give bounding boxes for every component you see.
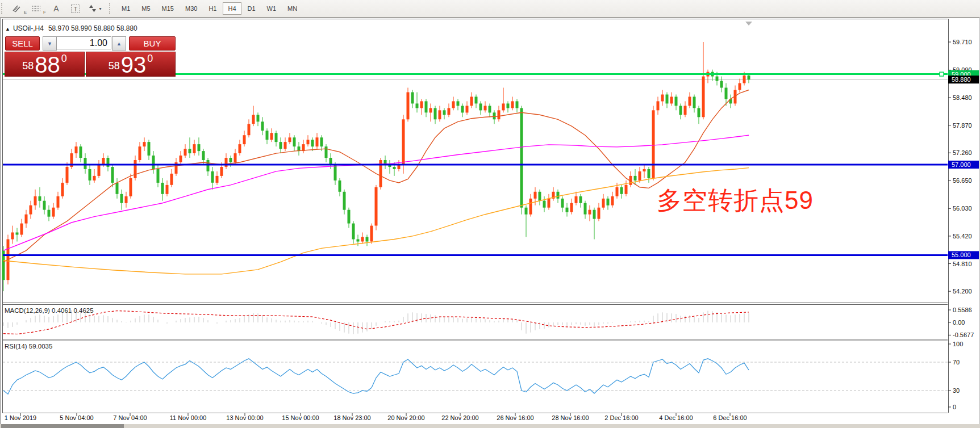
- price-tag-57.000: 57.000: [948, 161, 979, 169]
- chart-title: ▲USOil-,H458.970 58.990 58.880 58.880: [5, 24, 137, 32]
- timeframe-button-H1[interactable]: H1: [203, 2, 222, 15]
- svg-text:58.880: 58.880: [952, 76, 971, 83]
- svg-text:6 Dec 16:00: 6 Dec 16:00: [713, 414, 747, 421]
- ma-fast-red: [3, 90, 749, 262]
- svg-text:13 Nov 00:00: 13 Nov 00:00: [226, 414, 263, 421]
- svg-text:0.00: 0.00: [953, 319, 965, 326]
- sell-button[interactable]: SELL: [5, 36, 40, 51]
- svg-text:59.710: 59.710: [953, 39, 972, 45]
- macd-indicator-label: MACD(12,26,9) 0.4061 0.4625: [5, 307, 94, 314]
- svg-text:1 Nov 2019: 1 Nov 2019: [5, 414, 36, 421]
- chart-annotation: 多空转折点59: [657, 184, 814, 217]
- symbol-name: USOil-,H4: [13, 24, 44, 32]
- equidistant-channel-icon[interactable]: E: [8, 2, 27, 15]
- svg-text:18 Nov 23:00: 18 Nov 23:00: [333, 414, 370, 421]
- timeframe-button-H4[interactable]: H4: [223, 2, 241, 15]
- rsi-panel: 10070300: [3, 341, 963, 410]
- last-bar-marker-icon: [745, 22, 752, 26]
- fibonacci-retracement-icon[interactable]: F: [27, 2, 47, 15]
- text-label-icon[interactable]: A: [47, 2, 66, 15]
- svg-text:2 Dec 16:00: 2 Dec 16:00: [604, 414, 638, 421]
- svg-text:30: 30: [953, 387, 960, 394]
- svg-text:56.030: 56.030: [953, 205, 972, 212]
- svg-text:57.260: 57.260: [953, 149, 972, 156]
- svg-text:0: 0: [953, 404, 956, 410]
- buy-button[interactable]: BUY: [129, 36, 176, 51]
- timeframe-button-M5[interactable]: M5: [136, 2, 155, 15]
- sell-price-display[interactable]: 58 88 0: [5, 52, 85, 77]
- svg-text:54.810: 54.810: [953, 261, 972, 267]
- svg-text:56.650: 56.650: [953, 177, 972, 184]
- sell-price-pips: 88: [35, 54, 60, 75]
- volume-input[interactable]: [56, 36, 111, 49]
- svg-text:7 Nov 04:00: 7 Nov 04:00: [113, 414, 147, 421]
- timeframe-button-M1[interactable]: M1: [116, 2, 135, 15]
- collapse-panel-icon[interactable]: ▲: [5, 26, 10, 32]
- hline-handle: [940, 72, 944, 76]
- macd-panel: 0.55860.00-0.5677: [3, 307, 974, 338]
- buy-price-whole: 58: [109, 60, 120, 72]
- buy-price-display[interactable]: 58 93 0: [86, 52, 176, 77]
- toolbar-grip[interactable]: [1, 3, 6, 14]
- timeframe-button-W1[interactable]: W1: [262, 2, 282, 15]
- rsi-line: [3, 359, 749, 395]
- svg-text:11 Nov 00:00: 11 Nov 00:00: [170, 414, 207, 421]
- svg-text:55.420: 55.420: [953, 233, 972, 240]
- svg-text:28 Nov 16:00: 28 Nov 16:00: [552, 414, 589, 421]
- ohlc-values: 58.970 58.990 58.880 58.880: [48, 24, 137, 32]
- svg-text:T: T: [74, 6, 77, 12]
- svg-text:70: 70: [953, 359, 960, 366]
- text-box-icon[interactable]: T: [66, 2, 85, 15]
- svg-text:54.200: 54.200: [953, 288, 972, 295]
- timeframe-button-M30[interactable]: M30: [180, 2, 202, 15]
- sell-price-fraction: 0: [61, 53, 67, 65]
- svg-text:55.000: 55.000: [952, 251, 971, 258]
- svg-text:20 Nov 20:00: 20 Nov 20:00: [387, 414, 424, 421]
- scrollbar-thumb[interactable]: [1, 424, 124, 428]
- svg-text:-0.5677: -0.5677: [953, 332, 974, 338]
- svg-text:57.000: 57.000: [952, 161, 971, 168]
- timeframe-toolbar: M1M5M15M30H1H4D1W1MN: [116, 2, 303, 15]
- arrow-tools-icon[interactable]: ▾: [85, 2, 105, 15]
- svg-text:4 Dec 16:00: 4 Dec 16:00: [659, 414, 693, 421]
- buy-price-pips: 93: [121, 54, 147, 75]
- volume-decrease-button[interactable]: ▼: [43, 36, 57, 51]
- svg-text:57.870: 57.870: [953, 122, 972, 129]
- svg-text:0.5586: 0.5586: [953, 307, 972, 313]
- price-tag-58.880: 58.880: [948, 75, 979, 83]
- drawing-toolbar: EFAT▾: [8, 2, 105, 15]
- timeframe-button-MN[interactable]: MN: [282, 2, 302, 15]
- horizontal-scrollbar[interactable]: [0, 424, 980, 428]
- timeframe-button-M15[interactable]: M15: [157, 2, 179, 15]
- sell-price-whole: 58: [22, 60, 34, 72]
- timeframe-toolbar-grip[interactable]: [109, 3, 114, 14]
- toolbar: EFAT▾ M1M5M15M30H1H4D1W1MN: [0, 0, 980, 18]
- rsi-indicator-label: RSI(14) 59.0035: [5, 343, 52, 350]
- buy-price-fraction: 0: [147, 53, 153, 65]
- timeframe-button-D1[interactable]: D1: [243, 2, 261, 15]
- svg-text:26 Nov 16:00: 26 Nov 16:00: [497, 414, 533, 421]
- volume-increase-button[interactable]: ▲: [112, 36, 126, 51]
- svg-text:58.480: 58.480: [953, 94, 972, 101]
- svg-text:22 Nov 20:00: 22 Nov 20:00: [441, 414, 478, 421]
- svg-text:5 Nov 04:00: 5 Nov 04:00: [60, 414, 93, 421]
- time-axis: 1 Nov 20195 Nov 04:007 Nov 04:0011 Nov 0…: [5, 413, 747, 421]
- svg-text:100: 100: [953, 341, 963, 347]
- svg-text:15 Nov 00:00: 15 Nov 00:00: [282, 414, 319, 421]
- mt4-terminal: EFAT▾ M1M5M15M30H1H4D1W1MN 59.71059.0905…: [0, 0, 980, 428]
- price-tag-55.000: 55.000: [948, 251, 979, 259]
